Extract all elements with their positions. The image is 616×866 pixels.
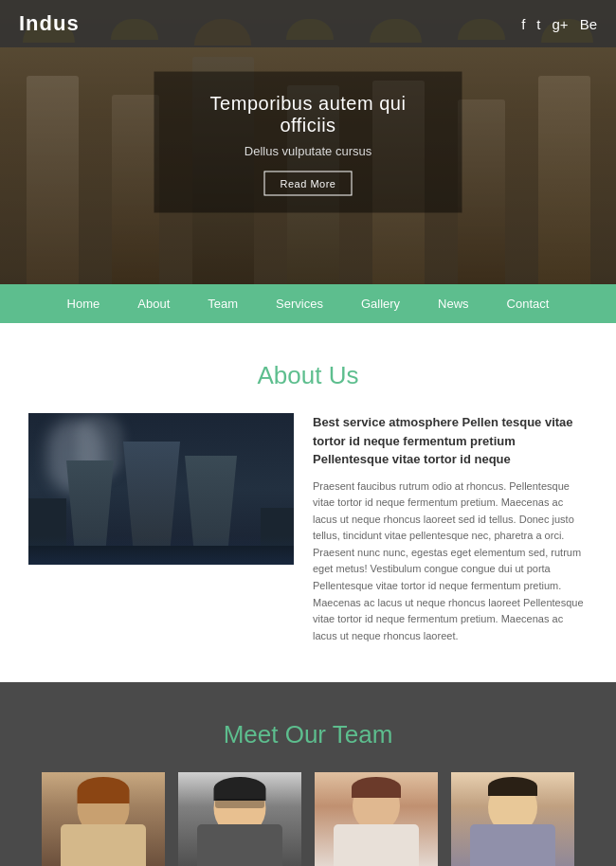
hero-content: Temporibus autem qui officiis Dellus vul… [154,72,462,213]
team-card-2: CAROL ADAMS Fusce et nibh eget odio curs… [178,772,301,866]
nav-gallery[interactable]: Gallery [342,284,419,323]
team-grid: ALAN SMITH Fusce et nibh eget odio cursu… [28,772,588,866]
team-section: Meet Our Team ALAN SMITH Fusce et nibh e… [0,682,616,866]
team-card-1: ALAN SMITH Fusce et nibh eget odio cursu… [42,772,165,866]
main-nav: Home About Team Services Gallery News Co… [0,284,616,323]
about-heading: Best service atmosphere Pellen tesque vi… [313,413,588,469]
team-card-3: MARK SIMMY Fusce et nibh eget odio cursu… [315,772,438,866]
team-photo-3 [315,772,438,866]
twitter-icon[interactable]: t [536,16,540,32]
about-text-block: Best service atmosphere Pellen tesque vi… [313,413,588,644]
about-image [28,413,294,565]
site-logo: Indus [19,11,80,36]
team-title: Meet Our Team [28,720,588,749]
about-section: About Us Best service atmosph [0,323,616,682]
nav-about[interactable]: About [118,284,189,323]
team-photo-4 [451,772,574,866]
hero-title: Temporibus autem qui officiis [183,93,434,136]
social-icons: f t g+ Be [521,16,597,32]
facebook-icon[interactable]: f [521,16,525,32]
team-photo-2 [178,772,301,866]
nav-home[interactable]: Home [48,284,119,323]
about-title: About Us [28,361,588,390]
nav-services[interactable]: Services [257,284,342,323]
header: Indus f t g+ Be [0,0,616,47]
nav-team[interactable]: Team [189,284,257,323]
behance-icon[interactable]: Be [580,16,597,32]
nav-news[interactable]: News [419,284,488,323]
team-photo-1 [42,772,165,866]
read-more-button[interactable]: Read More [264,171,353,196]
hero-subtitle: Dellus vulputate cursus [183,144,434,158]
team-card-4: MARK SIMMY Fusce et nibh eget odio cursu… [451,772,574,866]
nav-contact[interactable]: Contact [488,284,569,323]
about-content: Best service atmosphere Pellen tesque vi… [28,413,588,644]
googleplus-icon[interactable]: g+ [553,16,569,32]
about-body: Praesent faucibus rutrum odio at rhoncus… [313,478,588,645]
